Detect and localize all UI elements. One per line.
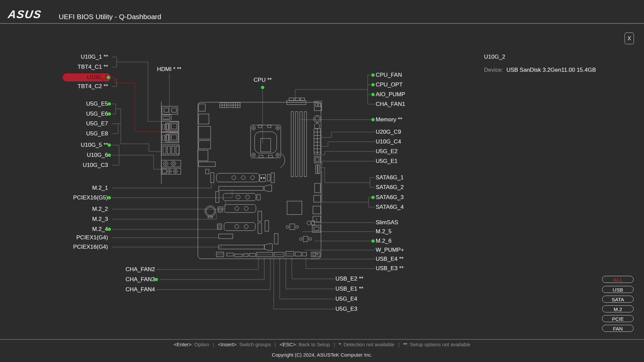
hint-separator: | <box>275 342 276 347</box>
port-label-u5g-e4[interactable]: U5G_E4 <box>335 295 357 303</box>
status-dot <box>371 83 375 86</box>
port-label-text: CPU_OPT <box>376 81 402 88</box>
selected-port-name: U10G_2 <box>484 54 505 60</box>
port-label-text: U10G_1 ** <box>81 54 108 60</box>
port-label-text: CHA_FAN3 <box>125 276 155 283</box>
filter-button-all[interactable]: ALL <box>602 276 634 283</box>
hint-separator: | <box>398 342 399 347</box>
port-label-sata6g-3[interactable]: SATA6G_3 <box>376 194 404 201</box>
hint-separator: | <box>213 342 214 347</box>
port-label-sata6g-1[interactable]: SATA6G_1 <box>376 174 404 181</box>
port-label-text: U10G_C4 <box>376 138 401 145</box>
port-label-text: M.2_6 <box>376 238 391 244</box>
port-label-text: CHA_FAN4 <box>125 286 155 293</box>
port-label-m2-5[interactable]: M.2_5 <box>376 228 391 235</box>
port-label-text: U10G_C3 <box>83 162 108 168</box>
port-label-usb-e3[interactable]: USB_E3 ** <box>376 265 404 272</box>
status-dot <box>261 86 264 89</box>
status-dot <box>108 143 111 147</box>
port-label-text: SATA6G_1 <box>376 174 404 181</box>
port-label-text: USB_E1 ** <box>335 286 363 292</box>
status-dot <box>371 93 375 96</box>
port-label-u5g-e1[interactable]: U5G_E1 <box>376 158 397 165</box>
port-label-u5g-e6[interactable]: U5G_E6 <box>0 110 108 118</box>
port-label-slimsas[interactable]: SlimSAS <box>376 219 398 226</box>
port-label-pciex16-g4[interactable]: PCIEX16(G4) <box>0 243 108 251</box>
status-dot <box>108 154 111 157</box>
port-label-u5g-e2[interactable]: U5G_E2 <box>376 148 397 155</box>
port-label-pciex1-g4[interactable]: PCIEX1(G4) <box>0 234 108 241</box>
port-label-sata6g-2[interactable]: SATA6G_2 <box>376 184 404 191</box>
port-label-text: USB_E4 ** <box>376 256 404 262</box>
hint-key: <Insert> <box>218 342 236 347</box>
port-label-m2-6[interactable]: M.2_6 <box>376 237 391 245</box>
filter-button-usb[interactable]: USB <box>602 286 634 293</box>
hint-desc: : Switch groups <box>236 342 271 347</box>
status-dot <box>371 73 375 77</box>
port-label-m2-1[interactable]: M.2_1 <box>0 184 108 192</box>
port-label-text: AIO_PUMP <box>376 91 405 98</box>
port-label-w-pump[interactable]: W_PUMP+ <box>376 246 404 254</box>
port-label-text: U10G_5 ** <box>81 142 108 148</box>
port-label-text: M.2_4 <box>92 226 108 232</box>
port-label-u5g-e8[interactable]: U5G_E8 <box>0 130 108 137</box>
port-label-cpu-opt[interactable]: CPU_OPT <box>376 81 402 88</box>
port-label-u10g-2-selected[interactable]: U10G_2 <box>63 73 111 81</box>
hint-desc: : Setup options not available <box>407 342 470 347</box>
selected-port-trace <box>111 77 168 135</box>
device-info-row: Device:USB SanDisk 3.2Gen11.00 15.4GB <box>484 67 596 73</box>
port-label-m2-2[interactable]: M.2_2 <box>0 205 108 213</box>
port-label-u10g-5[interactable]: U10G_5 ** <box>0 141 108 149</box>
port-label-text: U10G_6 <box>87 152 108 158</box>
port-label-usb-e1[interactable]: USB_E1 ** <box>335 285 363 293</box>
filter-button-fan[interactable]: FAN <box>602 325 634 332</box>
filter-button-sata[interactable]: SATA <box>602 296 634 303</box>
hint-separator: | <box>334 342 335 347</box>
port-label-memory[interactable]: Memory ** <box>376 116 402 123</box>
port-label-cpu-fan[interactable]: CPU_FAN <box>376 71 402 79</box>
port-label-m2-3[interactable]: M.2_3 <box>0 216 108 223</box>
port-label-text: U5G_E4 <box>335 296 357 302</box>
port-label-cha-fan1[interactable]: CHA_FAN1 <box>376 101 405 108</box>
port-label-text: U5G_E2 <box>376 148 397 155</box>
port-label-text: HDMI * ** <box>157 66 181 72</box>
port-label-tbt4-c1[interactable]: TBT4_C1 ** <box>0 63 108 71</box>
filter-button-pcie[interactable]: PCIE <box>602 315 634 322</box>
status-dot <box>371 118 375 121</box>
port-label-u10g-1[interactable]: U10G_1 ** <box>0 53 108 61</box>
port-label-pciex16-g5[interactable]: PCIEX16(G5) <box>0 194 108 201</box>
port-label-text: U5G_E3 <box>335 306 357 312</box>
port-label-text: CHA_FAN1 <box>376 101 405 107</box>
port-label-m2-4[interactable]: M.2_4 <box>0 226 108 233</box>
port-label-hdmi[interactable]: HDMI * ** <box>157 66 181 73</box>
port-label-cha-fan4[interactable]: CHA_FAN4 <box>0 286 155 293</box>
port-label-aio-pump[interactable]: AIO_PUMP <box>376 91 405 98</box>
port-label-tbt4-c2[interactable]: TBT4_C2 ** <box>0 83 108 90</box>
port-label-cha-fan3[interactable]: CHA_FAN3 <box>0 276 155 283</box>
port-label-text: U5G_E6 <box>86 111 108 117</box>
port-label-text: M.2_2 <box>92 206 108 212</box>
port-label-text: M.2_3 <box>92 216 108 222</box>
port-label-u5g-e7[interactable]: U5G_E7 <box>0 120 108 127</box>
port-label-u5g-e5[interactable]: U5G_E5 <box>0 100 108 108</box>
port-label-u20g-c9[interactable]: U20G_C9 <box>376 128 401 136</box>
port-label-text: Memory ** <box>376 116 402 123</box>
key-hints-bar: <Enter>: Option | <Insert>: Switch group… <box>0 342 644 347</box>
close-button[interactable]: X <box>625 33 634 44</box>
port-label-u5g-e3[interactable]: U5G_E3 <box>335 305 357 313</box>
port-label-text: CPU ** <box>254 77 272 83</box>
port-label-u10g-6[interactable]: U10G_6 <box>0 152 108 159</box>
device-label: Device: <box>484 67 503 73</box>
port-label-usb-e2[interactable]: USB_E2 ** <box>335 275 363 283</box>
filter-button-m2[interactable]: M.2 <box>602 305 634 312</box>
port-label-u10g-c4[interactable]: U10G_C4 <box>376 138 401 145</box>
port-label-cpu[interactable]: CPU ** <box>249 77 276 83</box>
hint-key: <ESC> <box>280 342 296 347</box>
status-dot <box>108 112 111 116</box>
port-label-text: U5G_E1 <box>376 158 397 164</box>
port-label-cha-fan2[interactable]: CHA_FAN2 <box>0 266 155 273</box>
port-label-u10g-c3[interactable]: U10G_C3 <box>0 162 108 169</box>
port-label-usb-e4[interactable]: USB_E4 ** <box>376 255 404 263</box>
port-label-text: U5G_E8 <box>86 130 108 137</box>
port-label-sata6g-4[interactable]: SATA6G_4 <box>376 203 404 211</box>
